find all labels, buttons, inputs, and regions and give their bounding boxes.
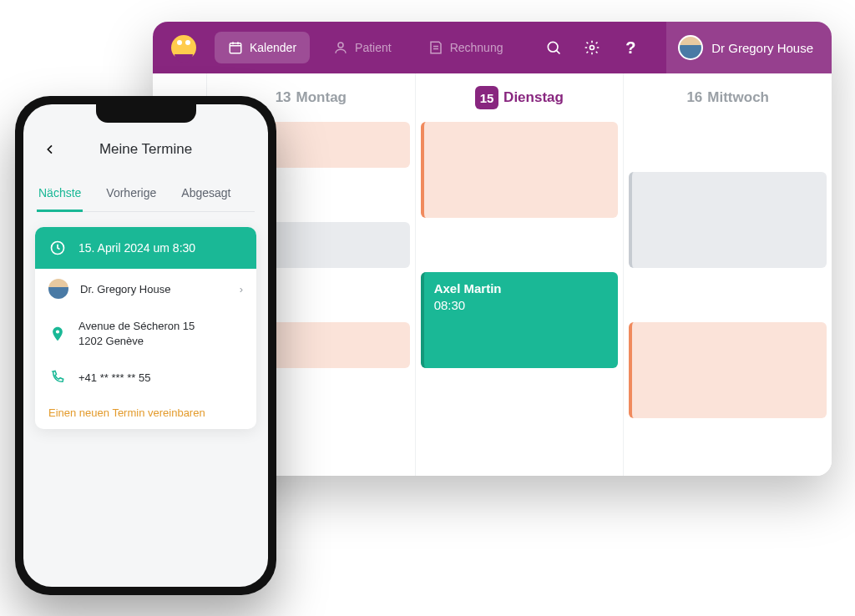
svg-point-3	[590, 46, 594, 50]
tab-previous[interactable]: Vorherige	[104, 178, 158, 211]
app-logo	[171, 35, 196, 60]
help-button[interactable]: ?	[616, 33, 645, 62]
day-number: 13	[276, 89, 291, 106]
day-column-tuesday[interactable]: 15 Dienstag Axel Martin 08:30	[415, 73, 624, 476]
svg-point-5	[56, 330, 59, 333]
day-number: 16	[686, 89, 702, 106]
nav-calendar-label: Kalender	[250, 41, 296, 54]
address-text: Avenue de Sécheron 15 1202 Genève	[78, 319, 195, 348]
tabs: Nächste Vorherige Abgesagt	[37, 178, 255, 212]
day-name: Montag	[296, 89, 347, 106]
user-menu[interactable]: Dr Gregory House	[666, 22, 832, 73]
search-button[interactable]	[539, 33, 568, 62]
avatar	[678, 35, 703, 60]
busy-block[interactable]	[629, 172, 827, 268]
chevron-right-icon: ›	[240, 283, 243, 295]
appointment-card: 15. April 2024 um 8:30 Dr. Gregory House…	[35, 227, 256, 429]
mobile-screen: Meine Termine Nächste Vorherige Abgesagt…	[23, 104, 268, 587]
doctor-avatar	[48, 279, 68, 299]
appointment-datetime: 15. April 2024 um 8:30	[78, 241, 195, 255]
gear-icon	[584, 39, 600, 56]
nav-invoice[interactable]: Rechnung	[415, 32, 517, 63]
search-icon	[545, 39, 562, 56]
svg-rect-0	[230, 43, 241, 53]
address-row: Avenue de Sécheron 15 1202 Genève	[35, 309, 256, 358]
event-title: Axel Martin	[434, 280, 609, 297]
mobile-header: Meine Termine	[35, 133, 256, 166]
tab-canceled[interactable]: Abgesagt	[180, 178, 232, 211]
invoice-icon	[428, 40, 443, 55]
phone-mockup: Meine Termine Nächste Vorherige Abgesagt…	[15, 96, 276, 595]
phone-row[interactable]: +41 ** *** ** 55	[35, 358, 256, 396]
phone-notch	[96, 104, 196, 123]
nav-patient[interactable]: Patient	[320, 32, 405, 63]
day-name: Mittwoch	[707, 89, 769, 106]
busy-block[interactable]	[421, 122, 619, 218]
nav-patient-label: Patient	[355, 41, 392, 54]
user-name: Dr Gregory House	[711, 41, 813, 55]
settings-button[interactable]	[578, 33, 606, 62]
mobile-title: Meine Termine	[99, 141, 192, 158]
event-time: 08:30	[434, 297, 609, 314]
svg-point-1	[338, 43, 343, 48]
new-appointment-label: Einen neuen Termin vereinbaren	[48, 406, 205, 419]
phone-number: +41 ** *** ** 55	[78, 371, 150, 384]
back-button[interactable]	[38, 138, 62, 161]
location-pin-icon	[48, 325, 67, 343]
calendar-event[interactable]: Axel Martin 08:30	[421, 272, 619, 368]
tab-next[interactable]: Nächste	[37, 178, 83, 212]
day-number-badge: 15	[475, 86, 498, 109]
clock-icon	[48, 239, 67, 257]
patient-icon	[333, 40, 348, 55]
svg-point-2	[549, 42, 559, 52]
nav-calendar[interactable]: Kalender	[215, 32, 310, 63]
phone-icon	[48, 368, 67, 386]
new-appointment-link[interactable]: Einen neuen Termin vereinbaren	[35, 396, 256, 429]
help-icon: ?	[625, 38, 635, 58]
nav-invoice-label: Rechnung	[450, 41, 503, 54]
doctor-name: Dr. Gregory House	[80, 283, 170, 295]
chevron-left-icon	[43, 143, 57, 156]
day-header: 16 Mittwoch	[624, 73, 832, 122]
doctor-row[interactable]: Dr. Gregory House ›	[35, 269, 256, 309]
calendar-icon	[228, 40, 243, 55]
day-name: Dienstag	[503, 89, 564, 106]
appointment-datetime-row: 15. April 2024 um 8:30	[35, 227, 256, 269]
day-column-wednesday[interactable]: 16 Mittwoch	[623, 73, 832, 476]
topbar: Kalender Patient Rechnung ?	[153, 22, 832, 73]
busy-block[interactable]	[629, 322, 827, 418]
day-header: 15 Dienstag	[416, 73, 624, 122]
